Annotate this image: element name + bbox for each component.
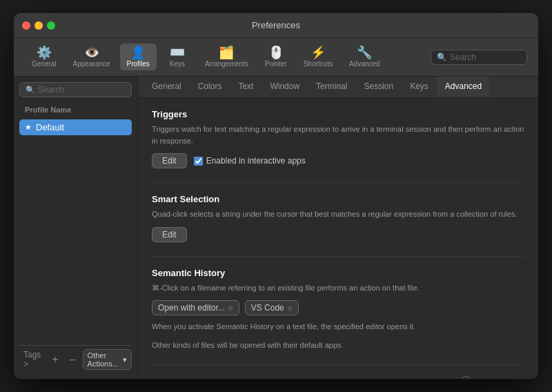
sidebar-search-input[interactable] (38, 85, 126, 95)
tab-colors[interactable]: Colors (190, 77, 230, 97)
profile-item-default[interactable]: ★ Default (19, 119, 132, 135)
divider-3 (152, 364, 524, 365)
toolbar-label-shortcuts: Shortcuts (304, 60, 333, 68)
editor-dropdown-chevron: ⊗ (228, 304, 233, 312)
right-panel: General Colors Text Window Terminal Sess… (138, 77, 538, 379)
editor-dropdown-label: Open with editor... (158, 303, 225, 313)
semantic-history-note-1: When you activate Semantic History on a … (152, 321, 524, 333)
editor-dropdown[interactable]: Open with editor... ⊗ (152, 300, 239, 315)
semantic-history-cmd-desc: ⌘-Click on a filename referring to an ex… (152, 282, 524, 294)
profile-star-icon: ★ (25, 123, 32, 132)
tags-button[interactable]: Tags > (19, 349, 45, 371)
traffic-lights (22, 21, 55, 30)
toolbar-item-appearance[interactable]: 👁️ Appearance (66, 43, 117, 70)
semantic-history-row: Open with editor... ⊗ VS Code ⊗ (152, 300, 524, 315)
semantic-history-note-2: Other kinds of files will be opened with… (152, 340, 524, 351)
toolbar-label-profiles: Profiles (127, 60, 150, 68)
sidebar-footer: Tags > + – Other Actions... ▾ (19, 345, 132, 373)
content-area: Triggers Triggers watch for text matchin… (138, 98, 538, 379)
remove-profile-button[interactable]: – (66, 352, 80, 367)
vscode-dropdown-label: VS Code (251, 303, 284, 313)
pointer-icon: 🖱️ (268, 46, 284, 59)
smart-selection-description: Quad-click selects a string under the cu… (152, 208, 524, 220)
keys-icon: ⌨️ (170, 46, 185, 59)
add-profile-button[interactable]: + (48, 352, 62, 367)
close-button[interactable] (22, 21, 30, 30)
divider-1 (152, 182, 524, 183)
tab-bar: General Colors Text Window Terminal Sess… (138, 77, 538, 98)
toolbar-label-advanced: Advanced (349, 60, 379, 68)
triggers-checkbox-label[interactable]: Enabled in interactive apps (194, 156, 306, 166)
window-title: Preferences (252, 20, 300, 30)
toolbar-label-keys: Keys (170, 60, 185, 68)
auto-profile-section: Automatic Profile Switching Shell Integr… (152, 376, 524, 379)
general-icon: ⚙️ (37, 46, 52, 59)
arrangements-icon: 🗂️ (219, 46, 234, 59)
triggers-checkbox-text: Enabled in interactive apps (206, 156, 306, 166)
tab-general[interactable]: General (144, 77, 190, 97)
aps-header: Automatic Profile Switching Shell Integr… (152, 376, 524, 379)
advanced-icon: 🔧 (357, 46, 372, 59)
other-actions-button[interactable]: Other Actions... ▾ (83, 349, 132, 370)
tab-text[interactable]: Text (230, 77, 262, 97)
tab-terminal[interactable]: Terminal (308, 77, 355, 97)
toolbar-item-general[interactable]: ⚙️ General (25, 43, 63, 70)
triggers-section: Triggers Triggers watch for text matchin… (152, 109, 524, 168)
smart-selection-action-row: Edit (152, 227, 524, 242)
semantic-history-section: Semantic History ⌘-Click on a filename r… (152, 268, 524, 351)
tab-keys[interactable]: Keys (402, 77, 437, 97)
semantic-history-title: Semantic History (152, 268, 524, 278)
minimize-button[interactable] (34, 21, 43, 30)
other-actions-label: Other Actions... (88, 351, 121, 368)
toolbar-search[interactable]: 🔍 (431, 50, 527, 65)
toolbar-search-icon: 🔍 (437, 52, 447, 62)
smart-selection-section: Smart Selection Quad-click selects a str… (152, 194, 524, 242)
toolbar-item-arrangements[interactable]: 🗂️ Arrangements (198, 43, 255, 70)
sidebar-search-icon: 🔍 (26, 86, 35, 95)
vscode-dropdown[interactable]: VS Code ⊗ (245, 300, 299, 315)
smart-selection-edit-button[interactable]: Edit (152, 227, 187, 242)
toolbar-label-appearance: Appearance (73, 60, 110, 68)
toolbar-label-arrangements: Arrangements (205, 60, 248, 68)
titlebar: Preferences (14, 13, 538, 38)
toolbar-item-advanced[interactable]: 🔧 Advanced (342, 43, 386, 70)
toolbar-item-shortcuts[interactable]: ⚡ Shortcuts (297, 43, 339, 70)
aps-title: Automatic Profile Switching (152, 377, 271, 380)
toolbar-item-profiles[interactable]: 👤 Profiles (120, 43, 157, 70)
tab-advanced[interactable]: Advanced (437, 77, 490, 97)
toolbar: ⚙️ General 👁️ Appearance 👤 Profiles ⌨️ K… (14, 38, 538, 77)
tab-session[interactable]: Session (355, 77, 402, 97)
smart-selection-title: Smart Selection (152, 194, 524, 204)
triggers-action-row: Edit Enabled in interactive apps (152, 153, 524, 168)
toolbar-item-pointer[interactable]: 🖱️ Pointer (258, 43, 294, 70)
shortcuts-icon: ⚡ (310, 46, 326, 59)
toolbar-item-keys[interactable]: ⌨️ Keys (159, 43, 195, 70)
divider-2 (152, 256, 524, 257)
vscode-dropdown-chevron: ⊗ (287, 304, 293, 312)
appearance-icon: 👁️ (84, 46, 99, 59)
sidebar: 🔍 Profile Name ★ Default Tags > + – Othe… (14, 77, 138, 379)
toolbar-label-pointer: Pointer (265, 60, 287, 68)
triggers-description: Triggers watch for text matching a regul… (152, 124, 524, 146)
triggers-edit-button[interactable]: Edit (152, 153, 187, 168)
preferences-window: Preferences ⚙️ General 👁️ Appearance 👤 P… (14, 13, 538, 379)
main-content: 🔍 Profile Name ★ Default Tags > + – Othe… (14, 77, 538, 379)
profile-item-label: Default (36, 122, 64, 133)
aps-help-icon[interactable]: ? (460, 376, 471, 379)
triggers-title: Triggers (152, 109, 524, 119)
toolbar-label-general: General (32, 60, 57, 68)
sidebar-search-box[interactable]: 🔍 (19, 82, 132, 97)
toolbar-search-input[interactable] (450, 52, 521, 62)
aps-note: Shell Integration must be installed to u… (277, 378, 455, 379)
tab-window[interactable]: Window (262, 77, 308, 97)
other-actions-chevron: ▾ (123, 355, 127, 364)
profiles-icon: 👤 (130, 46, 146, 59)
maximize-button[interactable] (47, 21, 55, 30)
triggers-checkbox[interactable] (194, 157, 203, 166)
profile-column-header: Profile Name (19, 103, 132, 117)
